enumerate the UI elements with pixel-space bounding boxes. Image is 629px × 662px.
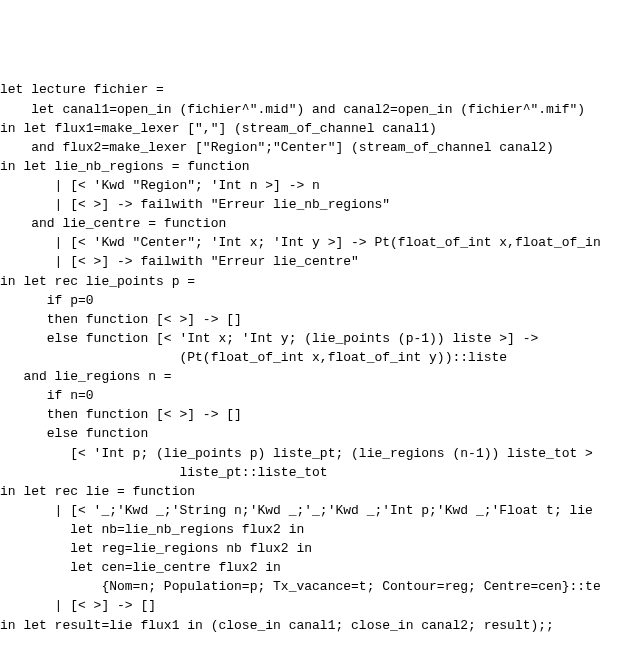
code-line: let nb=lie_nb_regions flux2 in	[0, 520, 629, 539]
code-line: in let flux1=make_lexer [","] (stream_of…	[0, 119, 629, 138]
code-line: let canal1=open_in (fichier^".mid") and …	[0, 100, 629, 119]
code-line: {Nom=n; Population=p; Tx_vacance=t; Cont…	[0, 577, 629, 596]
code-line: [< 'Int p; (lie_points p) liste_pt; (lie…	[0, 444, 629, 463]
code-line: | [< '_;'Kwd _;'String n;'Kwd _;'_;'Kwd …	[0, 501, 629, 520]
code-line: (Pt(float_of_int x,float_of_int y))::lis…	[0, 348, 629, 367]
code-block: let lecture fichier = let canal1=open_in…	[0, 76, 629, 634]
code-line: then function [< >] -> []	[0, 405, 629, 424]
code-line: | [< >] -> []	[0, 596, 629, 615]
code-line: let reg=lie_regions nb flux2 in	[0, 539, 629, 558]
code-line: else function	[0, 424, 629, 443]
code-line: let lecture fichier =	[0, 80, 629, 99]
code-line: else function [< 'Int x; 'Int y; (lie_po…	[0, 329, 629, 348]
code-line: if n=0	[0, 386, 629, 405]
code-line: then function [< >] -> []	[0, 310, 629, 329]
code-line: in let rec lie_points p =	[0, 272, 629, 291]
code-line: | [< >] -> failwith "Erreur lie_centre"	[0, 252, 629, 271]
code-line: | [< 'Kwd "Region"; 'Int n >] -> n	[0, 176, 629, 195]
code-line: if p=0	[0, 291, 629, 310]
code-line: | [< 'Kwd "Center"; 'Int x; 'Int y >] ->…	[0, 233, 629, 252]
code-line: let cen=lie_centre flux2 in	[0, 558, 629, 577]
code-line: and lie_centre = function	[0, 214, 629, 233]
code-line: in let rec lie = function	[0, 482, 629, 501]
code-line: in let result=lie flux1 in (close_in can…	[0, 616, 629, 635]
code-line: and flux2=make_lexer ["Region";"Center"]…	[0, 138, 629, 157]
code-line: | [< >] -> failwith "Erreur lie_nb_regio…	[0, 195, 629, 214]
code-line: and lie_regions n =	[0, 367, 629, 386]
code-line: in let lie_nb_regions = function	[0, 157, 629, 176]
code-line: liste_pt::liste_tot	[0, 463, 629, 482]
